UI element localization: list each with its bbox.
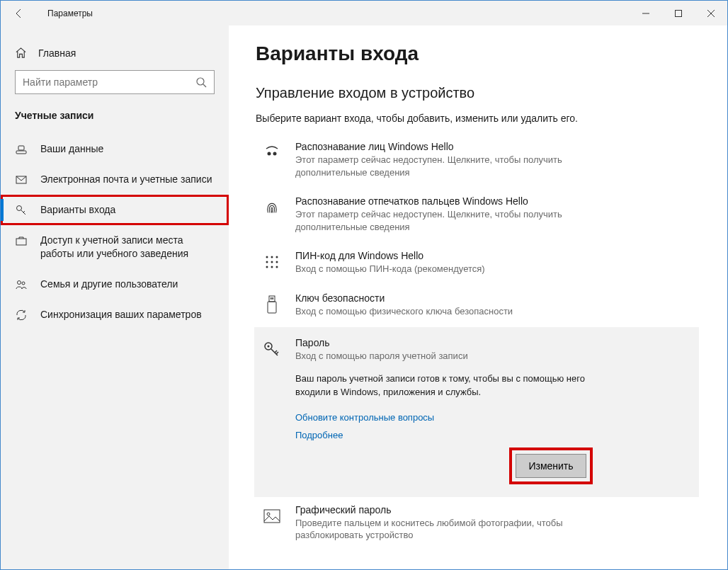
password-prompt: Ваш пароль учетной записи готов к тому, … <box>295 372 593 399</box>
page-subtitle: Управление входом в устройство <box>256 85 699 101</box>
option-title: Распознавание отпечатков пальцев Windows… <box>295 195 699 207</box>
window-controls <box>630 2 727 25</box>
fingerprint-icon <box>261 197 283 218</box>
minimize-button[interactable] <box>630 2 662 25</box>
sidebar-item-signin-options[interactable]: Варианты входа <box>1 195 229 225</box>
svg-point-18 <box>266 261 268 263</box>
svg-point-13 <box>268 152 271 156</box>
usb-key-icon <box>261 294 283 315</box>
sidebar-nav-list: Ваши данные Электронная почта и учетные … <box>1 134 229 330</box>
svg-point-11 <box>18 280 21 284</box>
svg-rect-10 <box>16 239 26 245</box>
svg-point-31 <box>267 513 270 515</box>
svg-point-21 <box>266 266 268 268</box>
sidebar-item-label: Синхронизация ваших параметров <box>40 308 202 321</box>
people-icon <box>15 278 28 291</box>
briefcase-icon <box>15 234 28 247</box>
svg-point-9 <box>17 206 22 211</box>
option-sub: Вход с помощью физического ключа безопас… <box>295 305 564 318</box>
svg-point-4 <box>197 78 204 85</box>
svg-point-16 <box>271 256 273 258</box>
svg-point-20 <box>276 261 278 263</box>
face-icon <box>261 142 283 164</box>
option-pin[interactable]: ПИН-код для Windows Hello Вход с помощью… <box>256 243 699 285</box>
svg-rect-27 <box>268 302 276 313</box>
svg-rect-25 <box>271 297 272 300</box>
key-icon <box>15 204 28 217</box>
svg-point-23 <box>276 266 278 268</box>
learn-more-link[interactable]: Подробнее <box>295 430 593 440</box>
svg-rect-1 <box>676 10 682 16</box>
search-input[interactable] <box>23 76 195 88</box>
back-button[interactable] <box>13 8 33 19</box>
titlebar: Параметры <box>1 1 727 25</box>
sidebar-item-label: Электронная почта и учетные записи <box>40 173 212 186</box>
svg-rect-7 <box>16 151 26 154</box>
svg-point-15 <box>266 256 268 258</box>
svg-rect-30 <box>264 510 280 523</box>
svg-line-5 <box>203 84 206 87</box>
close-button[interactable] <box>695 2 727 25</box>
sidebar-item-family[interactable]: Семья и другие пользователи <box>1 269 229 300</box>
home-label: Главная <box>38 47 76 59</box>
option-title: ПИН-код для Windows Hello <box>295 250 699 261</box>
svg-rect-6 <box>18 146 24 150</box>
mail-icon <box>15 173 28 186</box>
search-icon <box>195 76 207 88</box>
option-sub: Вход с помощью пароля учетной записи <box>295 350 564 363</box>
signin-options-list: Распознавание лиц Windows Hello Этот пар… <box>256 134 699 552</box>
svg-point-22 <box>271 266 273 268</box>
pin-icon <box>261 251 283 273</box>
option-title: Ключ безопасности <box>295 292 699 304</box>
option-title: Графический пароль <box>295 504 699 515</box>
sidebar-item-label: Доступ к учетной записи места работы или… <box>40 234 215 261</box>
change-button-highlight: Изменить <box>509 448 593 484</box>
window-title: Параметры <box>33 8 630 18</box>
sidebar-item-label: Семья и другие пользователи <box>40 278 178 291</box>
picture-icon <box>261 506 283 527</box>
update-questions-link[interactable]: Обновите контрольные вопросы <box>295 412 593 423</box>
option-sub: Этот параметр сейчас недоступен. Щелкнит… <box>295 154 564 178</box>
svg-rect-26 <box>273 297 274 300</box>
svg-point-14 <box>273 152 277 156</box>
page-title: Варианты входа <box>256 42 699 65</box>
page-description: Выберите вариант входа, чтобы добавить, … <box>256 113 699 124</box>
maximize-button[interactable] <box>662 2 695 25</box>
option-sub: Вход с помощью ПИН-кода (рекомендуется) <box>295 263 564 275</box>
svg-point-12 <box>22 282 25 285</box>
svg-point-19 <box>271 261 273 263</box>
sidebar-item-label: Варианты входа <box>40 203 115 217</box>
sidebar-item-sync[interactable]: Синхронизация ваших параметров <box>1 300 229 330</box>
svg-rect-24 <box>269 296 275 302</box>
sidebar-item-your-info[interactable]: Ваши данные <box>1 134 229 164</box>
sync-icon <box>15 309 28 321</box>
option-fingerprint[interactable]: Распознавание отпечатков пальцев Windows… <box>256 188 699 243</box>
option-password[interactable]: Пароль Вход с помощью пароля учетной зап… <box>254 327 699 496</box>
search-box[interactable] <box>15 70 215 94</box>
user-icon <box>15 143 28 156</box>
option-title: Пароль <box>295 337 593 348</box>
sidebar-section-header: Учетные записи <box>1 110 229 134</box>
sidebar-item-email[interactable]: Электронная почта и учетные записи <box>1 164 229 195</box>
password-key-icon <box>261 338 283 360</box>
sidebar-item-label: Ваши данные <box>40 142 103 156</box>
main-content: Варианты входа Управление входом в устро… <box>229 25 727 569</box>
option-picture-password[interactable]: Графический пароль Проведите пальцем и к… <box>256 497 699 552</box>
sidebar-item-work-access[interactable]: Доступ к учетной записи места работы или… <box>1 225 229 269</box>
sidebar: Главная Учетные записи Ваши данные Элект… <box>1 25 229 569</box>
option-sub: Проведите пальцем и коснитесь любимой фо… <box>295 517 564 542</box>
svg-point-29 <box>268 346 270 348</box>
home-icon <box>15 47 27 59</box>
home-nav[interactable]: Главная <box>1 40 229 70</box>
option-security-key[interactable]: Ключ безопасности Вход с помощью физичес… <box>256 285 699 328</box>
option-face[interactable]: Распознавание лиц Windows Hello Этот пар… <box>256 134 699 188</box>
svg-point-17 <box>276 256 278 258</box>
option-title: Распознавание лиц Windows Hello <box>295 141 699 152</box>
change-button[interactable]: Изменить <box>516 454 586 478</box>
option-sub: Этот параметр сейчас недоступен. Щелкнит… <box>295 208 564 233</box>
